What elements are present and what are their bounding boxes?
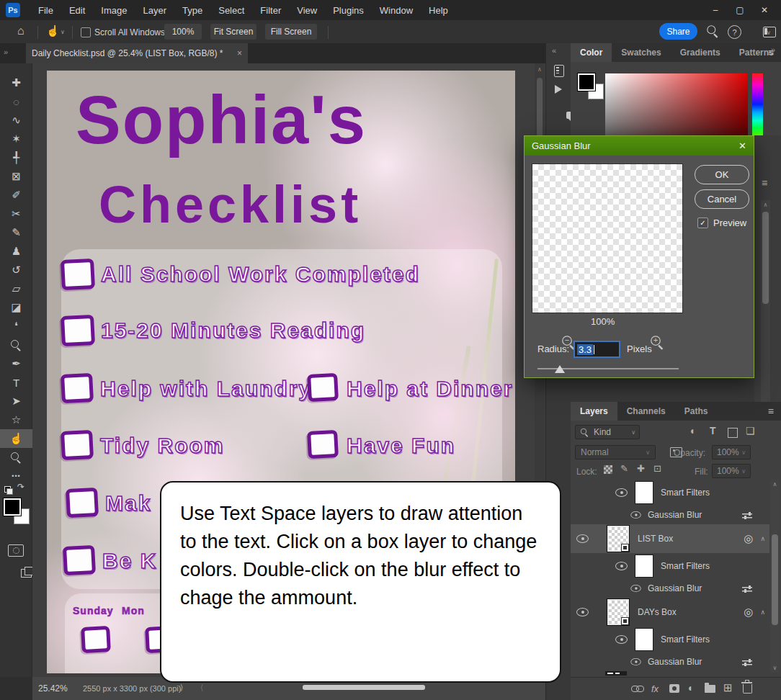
new-group-icon[interactable] [705,685,715,693]
collapse-panels-icon[interactable]: « [552,46,556,55]
link-layers-icon[interactable] [631,685,644,692]
slider-thumb[interactable] [555,365,565,373]
scrollbar-thumb[interactable] [772,534,778,625]
marquee-tool[interactable]: ◌ [0,92,32,111]
export-panel-icon[interactable] [554,65,564,77]
visibility-eye-icon[interactable] [630,511,641,519]
frame-tool[interactable]: ⊠ [0,167,32,186]
radius-slider[interactable] [525,364,755,378]
panel-menu-icon[interactable]: ≡ [762,177,767,189]
healing-brush-tool[interactable]: ✂ [0,205,32,223]
visibility-eye-icon[interactable] [615,562,628,570]
effect-row-gaussian-blur[interactable]: Gaussian Blur [571,579,769,598]
layers-scrollbar[interactable]: ∧ ∨ [770,480,780,673]
eraser-tool[interactable]: ▱ [0,279,32,298]
tab-layers[interactable]: Layers [571,402,617,421]
visibility-eye-icon[interactable] [615,635,628,644]
scroll-left-icon[interactable]: ⟨ [200,683,203,692]
scroll-up-icon[interactable]: ∧ [535,66,545,73]
saturation-brightness-picker[interactable] [605,73,748,135]
visibility-eye-icon[interactable] [615,488,628,497]
collapse-effects-chevron-icon[interactable]: ∧ [760,535,765,542]
visibility-eye-icon[interactable] [630,658,641,665]
tab-overflow-chevron-icon[interactable]: » [4,48,8,56]
pen-tool[interactable]: ✒ [0,354,32,373]
blur-tool[interactable]: ❛ [0,317,32,336]
smart-filter-icon[interactable]: ◎ [744,532,753,545]
blend-mode-select[interactable]: Normal ∨ [575,445,656,459]
panel-menu-icon[interactable]: ≡ [768,405,774,417]
fill-screen-button[interactable]: Fill Screen [265,24,317,40]
layer-thumbnail[interactable] [607,526,629,552]
help-icon[interactable]: ? [728,25,741,39]
swap-colors-icon[interactable] [4,486,13,495]
tab-close-icon[interactable]: × [237,48,242,58]
filter-type-layers-icon[interactable]: T [710,425,716,436]
hand-tool[interactable]: ☝ [0,429,32,448]
scroll-up-icon[interactable]: ∧ [770,481,780,488]
delete-layer-icon[interactable] [743,684,752,694]
fill-field[interactable]: 100% ∨ [712,464,751,478]
close-icon[interactable]: ✕ [752,0,777,20]
status-options-chevron-icon[interactable]: ⟩ [180,683,183,692]
menu-layer[interactable]: Layer [135,5,175,16]
home-icon[interactable]: ⌂ [17,24,24,37]
dialog-titlebar[interactable]: Gaussian Blur ✕ [525,136,754,156]
radius-input[interactable]: 3.3 [574,341,620,358]
visibility-eye-icon[interactable] [576,608,589,616]
scroll-all-windows-checkbox[interactable] [81,27,91,37]
menu-window[interactable]: Window [372,5,421,16]
crop-tool[interactable]: ╃ [0,148,32,167]
swap-colors-arrow-icon[interactable]: ↷ [17,482,24,492]
new-layer-icon[interactable]: ⊞ [723,681,733,694]
hand-tool-options-icon[interactable]: ☝ [46,24,60,37]
move-tool[interactable]: ✚ [0,73,32,92]
layer-row-list-box[interactable]: LIST Box◎∧ [571,524,769,553]
layer-effects-icon[interactable]: fx [651,683,659,694]
menu-type[interactable]: Type [174,5,210,16]
lock-position-icon[interactable]: ✚ [637,463,645,474]
color-panel-swatches[interactable] [578,73,604,99]
workspace-chevron-icon[interactable]: ∨ [767,30,771,36]
filter-shape-layers-icon[interactable] [728,428,738,438]
fit-screen-button[interactable]: Fit Screen [210,24,256,40]
tab-paths[interactable]: Paths [675,402,718,421]
tab-swatches[interactable]: Swatches [612,43,670,62]
zoom-level-field[interactable]: 25.42% [38,683,68,694]
menu-image[interactable]: Image [93,5,135,16]
object-selection-tool[interactable]: ✶ [0,130,32,148]
tab-color[interactable]: Color [571,43,612,62]
menu-help[interactable]: Help [421,5,456,16]
filter-adjustment-layers-icon[interactable]: ◐ [690,425,696,436]
menu-select[interactable]: Select [210,5,252,16]
shape-tool[interactable]: ☆ [0,410,32,429]
ok-button[interactable]: OK [695,165,749,184]
preview-checkbox[interactable]: ✓ [697,217,708,228]
filter-smart-objects-icon[interactable]: ❏ [746,425,755,436]
zoom-100-button[interactable]: 100% [164,24,202,40]
scroll-up-icon[interactable]: ∧ [761,202,770,208]
expand-panels-icon[interactable]: » [771,45,775,54]
screen-mode-icon[interactable] [21,569,32,578]
smart-filters-row[interactable]: Smart Filters [571,627,769,652]
type-tool[interactable]: T [0,373,32,392]
filter-mask-thumbnail[interactable] [635,555,653,578]
smart-filters-row[interactable]: Smart Filters [571,480,769,506]
visibility-eye-icon[interactable] [630,585,641,592]
filter-blend-options-icon[interactable] [742,511,752,519]
filter-mask-thumbnail[interactable] [635,628,653,651]
dodge-tool[interactable] [0,336,32,354]
lock-artboard-icon[interactable]: ⊡ [653,463,661,474]
layer-thumbnail[interactable] [607,599,629,625]
scroll-down-icon[interactable]: ∨ [770,665,780,671]
tab-channels[interactable]: Channels [617,402,675,421]
dialog-close-icon[interactable]: ✕ [738,140,746,151]
menu-filter[interactable]: Filter [252,5,289,16]
filter-blend-options-icon[interactable] [742,585,752,593]
menu-file[interactable]: File [30,5,61,16]
scrollbar-thumb[interactable] [762,212,769,304]
foreground-background-colors[interactable] [4,498,30,524]
layer-filter-kind-select[interactable]: Kind ∨ [575,425,640,439]
history-brush-tool[interactable]: ↺ [0,261,32,279]
clone-stamp-tool[interactable]: ♟ [0,242,32,261]
